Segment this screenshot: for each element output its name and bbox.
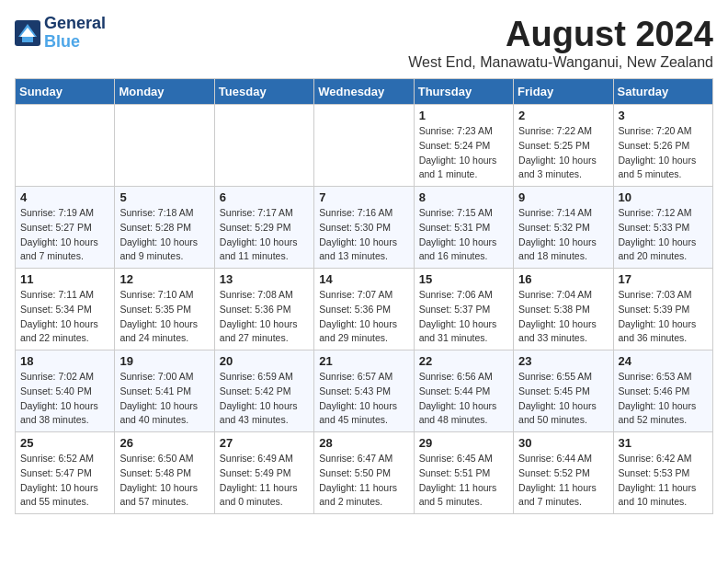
sunset-text: Sunset: 5:47 PM [20, 466, 109, 481]
day-info: Sunrise: 7:02 AM Sunset: 5:40 PM Dayligh… [20, 370, 109, 428]
calendar-day-cell: 17 Sunrise: 7:03 AM Sunset: 5:39 PM Dayl… [613, 269, 712, 350]
daylight-text: Daylight: 10 hours and 45 minutes. [319, 399, 408, 429]
calendar-day-cell: 18 Sunrise: 7:02 AM Sunset: 5:40 PM Dayl… [16, 350, 115, 432]
daylight-text: Daylight: 10 hours and 16 minutes. [419, 236, 508, 265]
day-info: Sunrise: 6:55 AM Sunset: 5:45 PM Dayligh… [518, 370, 608, 428]
day-info: Sunrise: 7:20 AM Sunset: 5:26 PM Dayligh… [619, 124, 708, 182]
day-number: 31 [619, 436, 708, 450]
day-number: 14 [319, 272, 408, 286]
daylight-text: Daylight: 10 hours and 20 minutes. [619, 236, 708, 265]
day-info: Sunrise: 7:15 AM Sunset: 5:31 PM Dayligh… [419, 206, 508, 264]
day-info: Sunrise: 6:47 AM Sunset: 5:50 PM Dayligh… [319, 452, 408, 510]
daylight-text: Daylight: 10 hours and 55 minutes. [20, 481, 109, 511]
day-info: Sunrise: 7:11 AM Sunset: 5:34 PM Dayligh… [20, 288, 109, 346]
calendar-day-cell: 2 Sunrise: 7:22 AM Sunset: 5:25 PM Dayli… [514, 105, 613, 187]
day-info: Sunrise: 7:18 AM Sunset: 5:28 PM Dayligh… [119, 206, 209, 264]
calendar-day-cell [214, 105, 313, 187]
daylight-text: Daylight: 10 hours and 48 minutes. [419, 399, 508, 429]
calendar-week-row: 25 Sunrise: 6:52 AM Sunset: 5:47 PM Dayl… [16, 432, 713, 514]
day-number: 28 [319, 436, 408, 450]
day-number: 15 [419, 272, 508, 286]
day-info: Sunrise: 7:16 AM Sunset: 5:30 PM Dayligh… [319, 206, 408, 264]
daylight-text: Daylight: 10 hours and 29 minutes. [319, 317, 408, 347]
month-title: August 2024 [408, 15, 713, 54]
sunrise-text: Sunrise: 7:06 AM [419, 288, 508, 303]
calendar-day-cell: 9 Sunrise: 7:14 AM Sunset: 5:32 PM Dayli… [514, 187, 613, 269]
day-number: 1 [419, 109, 508, 122]
day-number: 4 [20, 190, 109, 204]
sunrise-text: Sunrise: 7:23 AM [419, 124, 508, 139]
daylight-text: Daylight: 10 hours and 9 minutes. [119, 236, 209, 265]
calendar-day-cell: 11 Sunrise: 7:11 AM Sunset: 5:34 PM Dayl… [16, 269, 115, 350]
daylight-text: Daylight: 11 hours and 0 minutes. [220, 481, 309, 511]
sunrise-text: Sunrise: 6:59 AM [220, 370, 309, 385]
header: General Blue August 2024 West End, Manaw… [15, 15, 713, 71]
calendar: SundayMondayTuesdayWednesdayThursdayFrid… [15, 78, 713, 514]
sunset-text: Sunset: 5:50 PM [319, 466, 408, 481]
day-info: Sunrise: 6:49 AM Sunset: 5:49 PM Dayligh… [220, 452, 309, 510]
sunset-text: Sunset: 5:40 PM [20, 385, 109, 399]
sunrise-text: Sunrise: 7:14 AM [518, 206, 608, 221]
calendar-day-cell: 31 Sunrise: 6:42 AM Sunset: 5:53 PM Dayl… [613, 432, 712, 514]
sunset-text: Sunset: 5:46 PM [619, 385, 708, 399]
daylight-text: Daylight: 10 hours and 40 minutes. [119, 399, 209, 429]
calendar-day-cell: 6 Sunrise: 7:17 AM Sunset: 5:29 PM Dayli… [214, 187, 313, 269]
day-number: 23 [518, 354, 608, 368]
day-number: 19 [119, 354, 209, 368]
day-number: 10 [619, 190, 708, 204]
calendar-day-cell [16, 105, 115, 187]
calendar-day-cell: 24 Sunrise: 6:53 AM Sunset: 5:46 PM Dayl… [613, 350, 712, 432]
sunset-text: Sunset: 5:44 PM [419, 385, 508, 399]
sunrise-text: Sunrise: 7:15 AM [419, 206, 508, 221]
sunrise-text: Sunrise: 7:03 AM [619, 288, 708, 303]
weekday-header: Tuesday [214, 79, 313, 105]
sunrise-text: Sunrise: 7:12 AM [619, 206, 708, 221]
weekday-header: Monday [115, 79, 214, 105]
calendar-day-cell: 14 Sunrise: 7:07 AM Sunset: 5:36 PM Dayl… [314, 269, 414, 350]
day-number: 30 [518, 436, 608, 450]
day-info: Sunrise: 7:17 AM Sunset: 5:29 PM Dayligh… [220, 206, 309, 264]
sunrise-text: Sunrise: 6:50 AM [119, 452, 209, 466]
sunrise-text: Sunrise: 7:07 AM [319, 288, 408, 303]
sunset-text: Sunset: 5:43 PM [319, 385, 408, 399]
sunset-text: Sunset: 5:35 PM [119, 303, 209, 317]
daylight-text: Daylight: 11 hours and 5 minutes. [419, 481, 508, 511]
daylight-text: Daylight: 11 hours and 10 minutes. [619, 481, 708, 511]
sunset-text: Sunset: 5:30 PM [319, 221, 408, 236]
day-number: 5 [119, 190, 209, 204]
calendar-day-cell: 12 Sunrise: 7:10 AM Sunset: 5:35 PM Dayl… [115, 269, 214, 350]
logo-icon [15, 20, 40, 46]
day-number: 9 [518, 190, 608, 204]
sunrise-text: Sunrise: 6:53 AM [619, 370, 708, 385]
calendar-day-cell: 27 Sunrise: 6:49 AM Sunset: 5:49 PM Dayl… [214, 432, 313, 514]
day-info: Sunrise: 7:14 AM Sunset: 5:32 PM Dayligh… [518, 206, 608, 264]
day-number: 25 [20, 436, 109, 450]
sunrise-text: Sunrise: 6:45 AM [419, 452, 508, 466]
daylight-text: Daylight: 10 hours and 33 minutes. [518, 317, 608, 347]
day-info: Sunrise: 6:53 AM Sunset: 5:46 PM Dayligh… [619, 370, 708, 428]
sunset-text: Sunset: 5:36 PM [220, 303, 309, 317]
weekday-header: Thursday [414, 79, 513, 105]
daylight-text: Daylight: 10 hours and 27 minutes. [220, 317, 309, 347]
day-number: 27 [220, 436, 309, 450]
day-number: 24 [619, 354, 708, 368]
day-info: Sunrise: 6:42 AM Sunset: 5:53 PM Dayligh… [619, 452, 708, 510]
day-info: Sunrise: 6:44 AM Sunset: 5:52 PM Dayligh… [518, 452, 608, 510]
day-number: 12 [119, 272, 209, 286]
day-info: Sunrise: 7:03 AM Sunset: 5:39 PM Dayligh… [619, 288, 708, 346]
sunrise-text: Sunrise: 7:16 AM [319, 206, 408, 221]
title-area: August 2024 West End, Manawatu-Wanganui,… [408, 15, 713, 71]
sunrise-text: Sunrise: 6:42 AM [619, 452, 708, 466]
day-info: Sunrise: 6:45 AM Sunset: 5:51 PM Dayligh… [419, 452, 508, 510]
calendar-day-cell: 28 Sunrise: 6:47 AM Sunset: 5:50 PM Dayl… [314, 432, 414, 514]
day-info: Sunrise: 6:57 AM Sunset: 5:43 PM Dayligh… [319, 370, 408, 428]
sunrise-text: Sunrise: 6:47 AM [319, 452, 408, 466]
calendar-day-cell [314, 105, 414, 187]
calendar-day-cell: 30 Sunrise: 6:44 AM Sunset: 5:52 PM Dayl… [514, 432, 613, 514]
sunset-text: Sunset: 5:38 PM [518, 303, 608, 317]
logo-line1: General [44, 15, 106, 33]
calendar-day-cell: 20 Sunrise: 6:59 AM Sunset: 5:42 PM Dayl… [214, 350, 313, 432]
logo-line2: Blue [44, 33, 106, 52]
calendar-day-cell: 8 Sunrise: 7:15 AM Sunset: 5:31 PM Dayli… [414, 187, 513, 269]
day-info: Sunrise: 7:10 AM Sunset: 5:35 PM Dayligh… [119, 288, 209, 346]
